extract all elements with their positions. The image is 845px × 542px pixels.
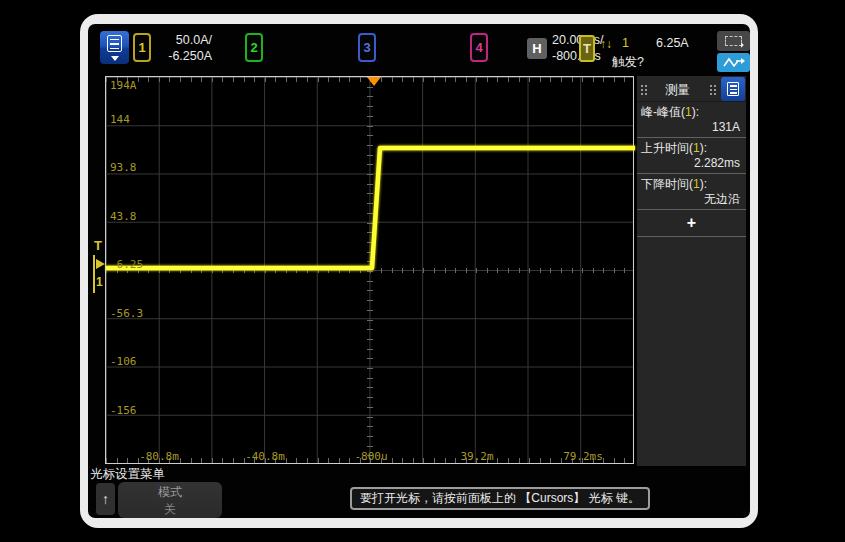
drag-grip-icon[interactable] <box>709 84 716 95</box>
waveform-graticule[interactable]: 194A 144 93.8 43.8 -6.25 -56.3 -106 -156… <box>105 76 634 464</box>
trigger-status: 触发? <box>612 54 644 71</box>
menu-back-button[interactable]: ↑ <box>96 483 115 515</box>
trigger-position-marker[interactable] <box>367 77 381 86</box>
softkey-mode-label: 模式 <box>118 484 222 501</box>
measurement-name: 下降时间( <box>641 177 693 191</box>
trigger-slope-icon: ↑↓ <box>600 37 612 51</box>
zoom-region-button[interactable] <box>717 31 750 51</box>
main-menu-button[interactable] <box>100 31 129 64</box>
y-axis-label: -6.25 <box>110 258 143 271</box>
channel-1-readout[interactable]: 50.0A/ -6.250A <box>152 33 212 64</box>
channel-2-button[interactable]: 2 <box>245 33 263 62</box>
dashed-rect-icon <box>725 36 742 46</box>
trigger-level-marker[interactable]: T <box>94 238 102 253</box>
measurement-menu-button[interactable] <box>721 77 745 101</box>
ground-marker-bar <box>93 255 95 293</box>
channel-1-button[interactable]: 1 <box>133 33 151 62</box>
timebase-value: 20.00ms/ <box>552 33 603 49</box>
menu-list-icon <box>107 35 122 52</box>
add-measurement-button[interactable]: + <box>637 210 746 237</box>
oscilloscope-bezel: 1 50.0A/ -6.250A 2 3 4 H 20.00ms/ -800.0… <box>80 14 758 528</box>
measurement-name-suffix: ): <box>692 105 699 119</box>
horizontal-button[interactable]: H <box>527 38 547 59</box>
measurement-row[interactable]: 上升时间(1): 2.282ms <box>637 138 746 174</box>
measurement-value: 131A <box>641 120 742 135</box>
measurement-row[interactable]: 下降时间(1): 无边沿 <box>637 174 746 210</box>
measurement-panel: 测量 峰-峰值(1): 131A 上升时间(1): 2.282ms 下降时间(1… <box>637 76 746 466</box>
trigger-source: 1 <box>622 36 629 50</box>
measurement-name: 上升时间( <box>641 141 693 155</box>
cursor-hint-message: 要打开光标，请按前面板上的 【Cursors】 光标 键。 <box>350 487 650 510</box>
menu-list-icon <box>727 82 739 96</box>
measurement-panel-header[interactable]: 测量 <box>637 76 746 102</box>
measurement-channel: 1 <box>685 105 692 119</box>
delay-value: -800.0us <box>552 49 603 65</box>
oscilloscope-screen: 1 50.0A/ -6.250A 2 3 4 H 20.00ms/ -800.0… <box>88 24 750 518</box>
waveform-tool-button[interactable] <box>717 53 750 72</box>
softkey-menu-title: 光标设置菜单 <box>90 466 165 483</box>
trigger-level-value: 6.25A <box>656 36 689 50</box>
chevron-down-icon <box>111 56 119 61</box>
horizontal-readout[interactable]: 20.00ms/ -800.0us <box>552 33 603 64</box>
softkey-mode-button[interactable]: 模式 关 <box>118 482 222 518</box>
measurement-value: 2.282ms <box>641 156 742 171</box>
measurement-channel: 1 <box>693 177 700 191</box>
trigger-button[interactable]: T <box>579 35 595 62</box>
measurement-name-suffix: ): <box>700 177 707 191</box>
arrow-up-icon: ↑ <box>102 491 109 507</box>
channel-1-trace <box>106 77 635 465</box>
measurement-row[interactable]: 峰-峰值(1): 131A <box>637 102 746 138</box>
ground-marker-channel: 1 <box>96 275 103 289</box>
channel-3-button[interactable]: 3 <box>358 33 376 62</box>
waveform-icon <box>723 56 745 69</box>
measurement-name: 峰-峰值( <box>641 105 685 119</box>
channel-1-scale: 50.0A/ <box>152 33 212 49</box>
arrow-right-icon <box>96 259 105 269</box>
measurement-value: 无边沿 <box>641 192 742 207</box>
softkey-mode-value: 关 <box>118 501 222 518</box>
panel-title: 测量 <box>637 82 718 99</box>
measurement-channel: 1 <box>693 141 700 155</box>
measurement-name-suffix: ): <box>700 141 707 155</box>
channel-4-button[interactable]: 4 <box>470 33 488 62</box>
channel-1-offset: -6.250A <box>152 49 212 65</box>
